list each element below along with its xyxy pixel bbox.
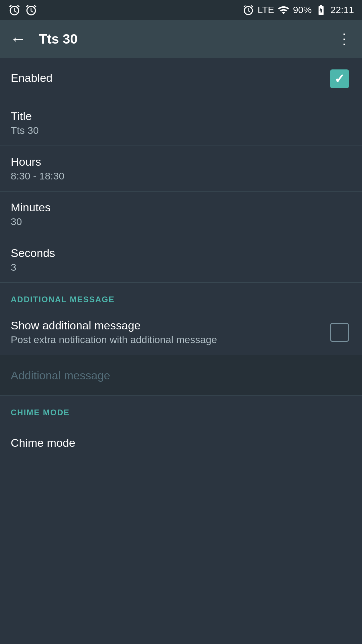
- overflow-menu-button[interactable]: ⋮: [334, 29, 354, 49]
- show-additional-message-checkbox[interactable]: [328, 321, 351, 344]
- chime-mode-header-text: CHIME MODE: [11, 408, 70, 417]
- page-title: Tts 30: [39, 32, 323, 47]
- checkbox-unchecked-indicator: [330, 323, 349, 342]
- hours-label: Hours: [11, 155, 351, 168]
- network-lte-label: LTE: [258, 5, 274, 15]
- show-additional-message-desc: Post extra notification with additional …: [11, 334, 328, 345]
- show-additional-message-label: Show additional message: [11, 319, 328, 332]
- additional-message-section-header: ADDITIONAL MESSAGE: [0, 283, 362, 310]
- app-bar: ← Tts 30 ⋮: [0, 20, 362, 58]
- signal-icon: [278, 4, 290, 16]
- minutes-row[interactable]: Minutes 30: [0, 192, 362, 237]
- hours-row[interactable]: Hours 8:30 - 18:30: [0, 146, 362, 191]
- hours-row-content: Hours 8:30 - 18:30: [11, 155, 351, 182]
- chime-mode-row[interactable]: Chime mode: [0, 423, 362, 463]
- alarm-icon-1: [8, 4, 21, 16]
- overflow-icon: ⋮: [337, 32, 351, 46]
- minutes-label: Minutes: [11, 201, 351, 214]
- enabled-row-content: Enabled: [11, 71, 328, 87]
- chime-mode-section-header: CHIME MODE: [0, 396, 362, 423]
- hours-value: 8:30 - 18:30: [11, 170, 351, 182]
- additional-message-input-row[interactable]: Additional message: [0, 355, 362, 395]
- status-bar-left: [8, 4, 38, 16]
- status-bar-right: LTE 90% 22:11: [242, 4, 354, 16]
- back-button[interactable]: ←: [8, 29, 28, 49]
- battery-icon: [315, 4, 327, 16]
- additional-message-placeholder: Additional message: [11, 369, 110, 382]
- show-additional-message-content: Show additional message Post extra notif…: [11, 319, 328, 345]
- checkbox-checked-indicator: ✓: [330, 69, 349, 88]
- additional-message-header-text: ADDITIONAL MESSAGE: [11, 295, 115, 304]
- minutes-value: 30: [11, 216, 351, 227]
- settings-content: Enabled ✓ Title Tts 30 Hours 8:30 - 18:3…: [0, 58, 362, 463]
- seconds-label: Seconds: [11, 247, 351, 260]
- minutes-row-content: Minutes 30: [11, 201, 351, 227]
- show-additional-message-row[interactable]: Show additional message Post extra notif…: [0, 310, 362, 355]
- back-arrow-icon: ←: [10, 31, 26, 47]
- title-row-content: Title Tts 30: [11, 110, 351, 136]
- alarm-icon-2: [25, 4, 38, 16]
- enabled-label: Enabled: [11, 71, 328, 85]
- seconds-value: 3: [11, 262, 351, 273]
- time-display: 22:11: [330, 5, 354, 15]
- chime-mode-label: Chime mode: [11, 436, 75, 449]
- title-row[interactable]: Title Tts 30: [0, 100, 362, 146]
- title-label: Title: [11, 110, 351, 123]
- status-bar: LTE 90% 22:11: [0, 0, 362, 20]
- enabled-row[interactable]: Enabled ✓: [0, 58, 362, 100]
- checkmark-icon: ✓: [334, 72, 345, 85]
- enabled-checkbox[interactable]: ✓: [328, 67, 351, 91]
- battery-percent: 90%: [293, 5, 312, 15]
- seconds-row[interactable]: Seconds 3: [0, 237, 362, 282]
- title-value: Tts 30: [11, 125, 351, 136]
- status-alarm-icon: [242, 4, 254, 16]
- seconds-row-content: Seconds 3: [11, 247, 351, 273]
